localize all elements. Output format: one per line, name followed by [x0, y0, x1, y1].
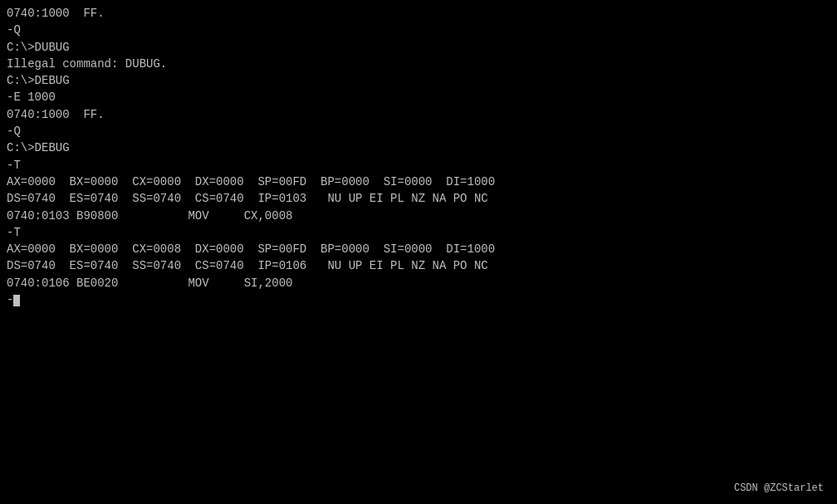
terminal-line: C:\>DEBUG [7, 72, 830, 89]
terminal-output: 0740:1000 FF.-QC:\>DUBUGIllegal command:… [7, 5, 830, 308]
watermark: CSDN @ZCStarlet [734, 482, 824, 496]
terminal-line: AX=0000 BX=0000 CX=0000 DX=0000 SP=00FD … [7, 174, 830, 190]
terminal-line: 0740:1000 FF. [7, 106, 830, 123]
terminal-line: Illegal command: DUBUG. [7, 56, 830, 72]
terminal-line: DS=0740 ES=0740 SS=0740 CS=0740 IP=0106 … [7, 257, 830, 274]
terminal-window: 0740:1000 FF.-QC:\>DUBUGIllegal command:… [7, 5, 830, 499]
terminal-line: DS=0740 ES=0740 SS=0740 CS=0740 IP=0103 … [7, 190, 830, 207]
terminal-line: -Q [7, 22, 830, 38]
terminal-line: 0740:1000 FF. [7, 5, 830, 22]
terminal-line: -T [7, 224, 830, 241]
terminal-line: AX=0000 BX=0000 CX=0008 DX=0000 SP=00FD … [7, 241, 830, 257]
terminal-line: 0740:0106 BE0020 MOV SI,2000 [7, 275, 830, 291]
terminal-line: 0740:0103 B90800 MOV CX,0008 [7, 208, 830, 224]
terminal-line: -E 1000 [7, 89, 830, 105]
terminal-line: C:\>DEBUG [7, 139, 830, 156]
terminal-line: - [7, 291, 830, 308]
terminal-line: -Q [7, 123, 830, 139]
terminal-line: C:\>DUBUG [7, 39, 830, 56]
terminal-line: -T [7, 157, 830, 174]
terminal-cursor [13, 295, 20, 306]
